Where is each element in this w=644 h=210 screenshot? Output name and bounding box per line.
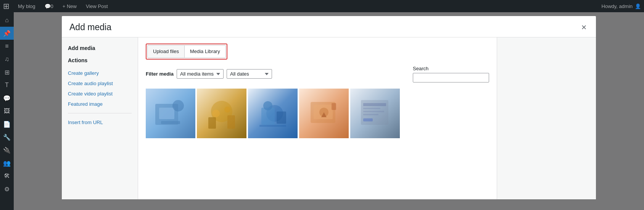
admin-bar-right: Howdy, admin 👤 [602,3,641,9]
modal-main-content: Upload files Media Library Filter media … [138,37,497,199]
svg-rect-13 [259,125,286,127]
sidebar-icon-categories[interactable]: ⊞ [0,66,14,79]
sidebar-icon-audio[interactable]: ♫ [0,53,14,66]
media-thumbnail-1 [146,89,195,138]
sidebar-icon-pin[interactable]: 📌 [0,27,14,40]
search-input[interactable] [413,73,489,82]
sidebar-icon-media[interactable]: 🖼 [0,105,14,118]
media-grid [146,89,489,138]
admin-bar-left: ⊞ My blog 💬 0 + New View Post [3,0,602,12]
sidebar-icon-comments[interactable]: 💬 [0,92,14,105]
actions-title: Actions [62,56,138,68]
media-thumbnail-2 [197,89,246,138]
sidebar-icon-tools[interactable]: 🛠 [0,170,14,183]
svg-point-7 [212,110,220,117]
svg-rect-21 [363,108,380,109]
sidebar-icon-plugins[interactable]: 🔌 [0,144,14,157]
page-wrapper: Add media ✕ Add media Actions Create gal… [14,12,644,210]
svg-rect-20 [363,103,386,106]
create-gallery-link[interactable]: Create gallery [62,68,138,78]
admin-bar-new[interactable]: + New [59,0,80,12]
create-audio-playlist-link[interactable]: Create audio playlist [62,78,138,89]
howdy-text[interactable]: Howdy, admin [602,3,633,9]
svg-rect-24 [363,118,373,121]
sidebar-icon-dashboard[interactable]: ⌂ [0,14,14,27]
media-item[interactable] [248,89,298,138]
wp-sidebar: ⌂ 📌 ≡ ♫ ⊞ T 💬 🖼 📄 🔧 🔌 👥 🛠 ⚙ [0,12,14,210]
media-thumbnail-5 [350,89,400,138]
modal-body: Add media Actions Create gallery Create … [62,37,596,199]
media-thumbnail-4 [299,89,349,138]
svg-rect-23 [363,114,378,115]
modal-right-panel [497,37,596,199]
sidebar-icon-settings[interactable]: ⚙ [0,183,14,195]
sidebar-icon-wrench[interactable]: 🔧 [0,131,14,144]
admin-bar: ⊞ My blog 💬 0 + New View Post Howdy, adm… [0,0,644,12]
modal-sidebar: Add media Actions Create gallery Create … [62,37,138,199]
tabs-container: Upload files Media Library [146,44,489,60]
media-item[interactable] [350,89,400,138]
comments-icon: 💬 [45,3,51,9]
svg-rect-5 [208,117,216,129]
filter-row: Filter media All media items Images Audi… [146,66,489,82]
svg-point-11 [263,101,272,110]
svg-rect-3 [161,121,180,124]
admin-bar-view-post[interactable]: View Post [82,0,112,12]
svg-rect-22 [363,111,384,112]
svg-rect-18 [332,103,336,110]
svg-rect-6 [227,115,235,129]
sidebar-icon-tags[interactable]: T [0,79,14,92]
admin-avatar: 👤 [635,3,641,9]
featured-image-link[interactable]: Featured image [62,99,138,109]
tab-media-library[interactable]: Media Library [185,45,226,58]
sidebar-icon-pages[interactable]: 📄 [0,118,14,131]
create-video-playlist-link[interactable]: Create video playlist [62,89,138,99]
svg-point-8 [224,107,230,113]
sidebar-icon-users[interactable]: 👥 [0,157,14,170]
sidebar-divider [68,113,132,113]
tab-upload-files[interactable]: Upload files [147,45,185,58]
media-item[interactable] [299,89,349,138]
modal-overlay: Add media ✕ Add media Actions Create gal… [14,12,644,210]
search-area: Search [413,66,489,82]
admin-bar-comments[interactable]: 💬 0 [41,0,57,12]
insert-from-url-link[interactable]: Insert from URL [62,117,138,128]
add-media-sidebar-title: Add media [62,44,138,56]
filter-date-select[interactable]: All dates January 2024 February 2024 Mar… [227,69,272,79]
search-label: Search [413,66,489,71]
comments-count: 0 [51,3,53,9]
modal-title: Add media [69,22,111,32]
modal-close-button[interactable]: ✕ [580,23,588,32]
svg-point-2 [172,100,184,111]
media-item[interactable] [197,89,246,138]
filter-media-type-select[interactable]: All media items Images Audio Video Docum… [177,69,224,79]
svg-rect-12 [277,111,286,124]
tabs-outline: Upload files Media Library [146,44,227,60]
filter-label: Filter media [146,71,174,77]
media-item[interactable] [146,89,195,138]
svg-rect-1 [159,108,174,119]
sidebar-icon-all[interactable]: ≡ [0,40,14,53]
add-media-modal: Add media ✕ Add media Actions Create gal… [62,16,596,199]
wp-logo-icon[interactable]: ⊞ [3,2,10,11]
media-thumbnail-3 [248,89,298,138]
admin-bar-blog-name[interactable]: My blog [14,0,39,12]
modal-header: Add media ✕ [62,16,596,37]
